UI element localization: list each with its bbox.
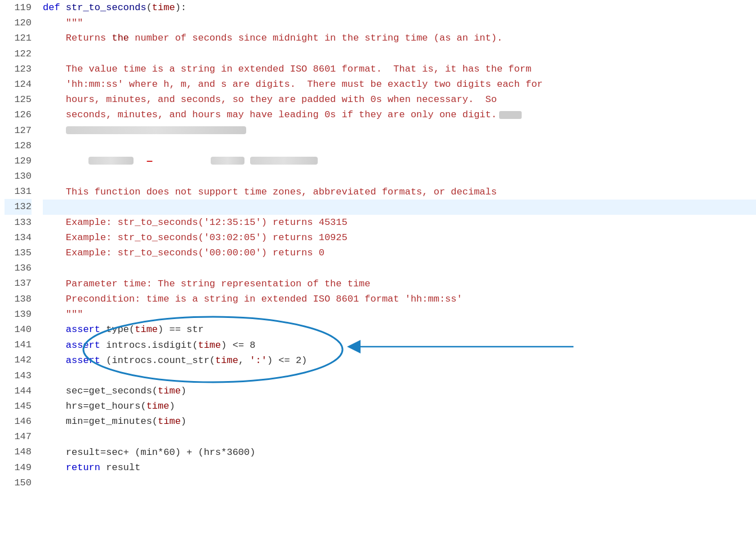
- code-line-128: [43, 138, 756, 153]
- code-line-119: def str_to_seconds(time):: [43, 0, 756, 15]
- code-line-149: return result: [43, 460, 756, 475]
- code-line-150: [43, 475, 756, 490]
- code-line-133: Example: str_to_seconds('12:35:15') retu…: [43, 215, 756, 230]
- ln-119: 119: [5, 0, 32, 15]
- ln-144: 144: [5, 383, 32, 399]
- code-line-123: The value time is a string in extended I…: [43, 61, 756, 77]
- code-line-137: Parameter time: The string representatio…: [43, 276, 756, 291]
- ln-121: 121: [5, 30, 32, 46]
- code-line-144: sec=get_seconds(time): [43, 383, 756, 399]
- code-line-120: """: [43, 15, 756, 30]
- ln-148: 148: [5, 444, 32, 459]
- ln-139: 139: [5, 307, 32, 322]
- ln-122: 122: [5, 46, 32, 61]
- code-line-130: [43, 169, 756, 184]
- ln-133: 133: [5, 215, 32, 230]
- ln-131: 131: [5, 184, 32, 199]
- ln-134: 134: [5, 230, 32, 245]
- ln-130: 130: [5, 169, 32, 184]
- code-editor: 119 120 121 122 123 124 125 126 127 128 …: [0, 0, 756, 553]
- code-line-131: This function does not support time zone…: [43, 184, 756, 200]
- code-line-125: hours, minutes, and seconds, so they are…: [43, 92, 756, 107]
- ln-129: 129: [5, 153, 32, 169]
- ln-141: 141: [5, 337, 32, 352]
- code-line-122: [43, 46, 756, 61]
- ln-146: 146: [5, 414, 32, 429]
- ln-143: 143: [5, 368, 32, 383]
- code-line-127: [43, 123, 756, 138]
- ln-126: 126: [5, 107, 32, 122]
- ln-135: 135: [5, 245, 32, 260]
- code-line-146: min=get_minutes(time): [43, 414, 756, 429]
- code-line-132: [43, 200, 756, 215]
- code-line-140: assert type(time) == str: [43, 322, 756, 337]
- ln-132: 132: [5, 199, 32, 214]
- ln-137: 137: [5, 276, 32, 291]
- ln-142: 142: [5, 352, 32, 368]
- code-line-136: [43, 261, 756, 276]
- ln-150: 150: [5, 475, 32, 490]
- code-line-138: Precondition: time is a string in extend…: [43, 291, 756, 307]
- ln-124: 124: [5, 77, 32, 92]
- ln-120: 120: [5, 15, 32, 30]
- code-line-121: Returns the number of seconds since midn…: [43, 30, 756, 46]
- code-line-135: Example: str_to_seconds('00:00:00') retu…: [43, 245, 756, 260]
- ln-125: 125: [5, 92, 32, 107]
- ln-123: 123: [5, 61, 32, 77]
- code-line-141: assert introcs.isdigit(time) <= 8: [43, 338, 756, 353]
- ln-138: 138: [5, 291, 32, 307]
- code-line-148: result=sec+ (min*60) + (hrs*3600): [43, 445, 756, 460]
- ln-149: 149: [5, 460, 32, 475]
- ln-140: 140: [5, 322, 32, 337]
- ln-145: 145: [5, 399, 32, 414]
- code-line-147: [43, 430, 756, 445]
- code-line-145: hrs=get_hours(time): [43, 399, 756, 414]
- ln-147: 147: [5, 429, 32, 444]
- code-line-143: [43, 368, 756, 383]
- code-line-129: —: [43, 153, 756, 169]
- code-line-134: Example: str_to_seconds('03:02:05') retu…: [43, 230, 756, 245]
- code-line-126: seconds, minutes, and hours may have lea…: [43, 107, 756, 122]
- ln-128: 128: [5, 138, 32, 153]
- code-line-124: 'hh:mm:ss' where h, m, and s are digits.…: [43, 77, 756, 92]
- code-line-142: assert (introcs.count_str(time, ':') <= …: [43, 353, 756, 368]
- code-line-139: """: [43, 307, 756, 322]
- code-body[interactable]: def str_to_seconds(time): """ Returns th…: [38, 0, 756, 553]
- ln-136: 136: [5, 260, 32, 276]
- line-number-gutter: 119 120 121 122 123 124 125 126 127 128 …: [0, 0, 38, 553]
- ln-127: 127: [5, 123, 32, 138]
